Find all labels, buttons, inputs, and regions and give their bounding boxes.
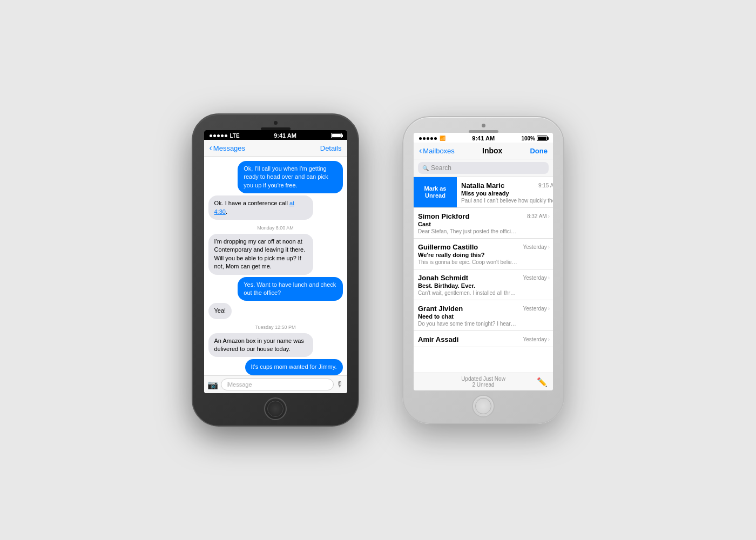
input-bar: 📷 iMessage 🎙 [204,375,347,393]
email-item-2[interactable]: Simon Pickford 8:32 AM › Cast Dear Stefa… [414,208,553,239]
time-2: 8:32 AM [527,213,547,219]
preview-4: Can't wait, gentlemen. I installed all t… [418,289,518,296]
email-header-2: Simon Pickford 8:32 AM › [418,212,550,220]
search-placeholder: Search [431,164,451,172]
email-item-3[interactable]: Guillermo Castillo Yesterday › We're rea… [414,239,553,269]
signal-dot-l4 [430,137,433,140]
email-item-1[interactable]: Mark asUnread Natalia Maric 9:15 AM › Mi… [414,177,553,208]
time-light: 9:41 AM [472,135,495,141]
battery-icon-dark [331,133,342,138]
status-bar-dark: LTE 9:41 AM [204,130,347,140]
sender-5: Grant Jividen [418,305,463,313]
chevron-4: › [548,275,550,281]
chevron-3: › [548,244,550,250]
sender-1: Natalia Maric [461,181,504,190]
camera-dot-dark [274,121,278,125]
sender-2: Simon Pickford [418,212,469,220]
back-arrow-mail-icon: ‹ [419,146,422,156]
sender-4: Jonah Schmidt [418,274,468,282]
home-inner-light [475,398,491,414]
email-header-5: Grant Jividen Yesterday › [418,305,550,313]
preview-5: Do you have some time tonight? I heard w… [418,320,518,327]
status-left-light: 📶 [419,136,446,141]
battery-icon-light [537,136,548,141]
email-header-6: Amir Assadi Yesterday › [418,335,550,343]
email-content-6: Amir Assadi Yesterday › [414,331,553,347]
email-header-3: Guillermo Castillo Yesterday › [418,243,550,251]
time-5: Yesterday [523,306,547,312]
ts-monday: Monday 8:00 AM [208,225,343,231]
signal-dot-l5 [434,137,437,140]
mail-footer: Updated Just Now 2 Unread ✏️ [414,373,553,390]
messages-screen: LTE 9:41 AM ‹ Messages Details [204,130,347,393]
time-4: Yesterday [523,275,547,281]
updated-label: Updated Just Now [430,376,537,382]
msg-2: Ok. I have a conference call at 4:30. [208,195,313,220]
email-content-5: Grant Jividen Yesterday › Need to chat D… [414,300,553,330]
time-wrap-3: Yesterday › [523,244,550,250]
signal-dot-2 [213,134,216,137]
details-button[interactable]: Details [320,144,342,152]
search-bar[interactable]: 🔍 Search [418,162,549,174]
home-button-dark[interactable] [264,397,287,420]
messages-nav: ‹ Messages Details [204,140,347,157]
signal-dot-3 [217,134,220,137]
messages-back[interactable]: ‹ Messages [210,143,246,153]
battery-fill-light [538,137,546,140]
back-label-mail: Mailboxes [423,147,455,155]
msg-4: Yes. Want to have lunch and check out th… [238,277,342,301]
carrier-label: LTE [230,133,240,139]
msg-7: It's cups mom wanted for Jimmy. [245,359,343,375]
signal-dot-4 [221,134,224,137]
email-content-1: Natalia Maric 9:15 AM › Miss you already… [457,177,553,207]
compose-button[interactable]: ✏️ [537,377,548,387]
msg-5: Yea! [208,303,232,319]
done-button[interactable]: Done [530,147,548,155]
chevron-6: › [548,336,550,342]
sender-6: Amir Assadi [418,335,458,343]
signal-dot-1 [210,134,212,137]
phone1-top-bar [261,114,291,130]
phone-messages: LTE 9:41 AM ‹ Messages Details [192,113,359,427]
ts-tuesday: Tuesday 12:50 PM [208,325,343,330]
battery-fill-dark [332,134,341,137]
signal-dot-l1 [419,137,422,140]
sender-3: Guillermo Castillo [418,243,478,251]
imessage-input[interactable]: iMessage [221,379,334,390]
time-wrap-1: 9:15 AM › [538,183,553,188]
email-header-4: Jonah Schmidt Yesterday › [418,274,550,282]
email-header-1: Natalia Maric 9:15 AM › [461,181,553,190]
scene: LTE 9:41 AM ‹ Messages Details [192,113,564,427]
mic-icon[interactable]: 🎙 [336,380,344,389]
subject-3: We're really doing this? [418,252,550,258]
mail-screen: 📶 9:41 AM 100% ‹ Mailboxes Inbox [414,133,553,390]
email-item-5[interactable]: Grant Jividen Yesterday › Need to chat D… [414,300,553,331]
battery-pct: 100% [521,136,535,141]
home-button-light[interactable] [472,395,495,417]
email-item-4[interactable]: Jonah Schmidt Yesterday › Best. Birthday… [414,269,553,300]
signal-dot-l3 [427,137,429,140]
time-3: Yesterday [523,244,547,250]
time-wrap-5: Yesterday › [523,306,550,312]
time-6: Yesterday [523,336,547,342]
msg-6: An Amazon box in your name was delivered… [208,333,313,357]
time-wrap-2: 8:32 AM › [527,213,550,219]
unread-count: 2 Unread [430,382,537,388]
msg-3: I'm dropping my car off at noon at Conte… [208,234,313,275]
email-item-6[interactable]: Amir Assadi Yesterday › [414,331,553,347]
email-content-2: Simon Pickford 8:32 AM › Cast Dear Stefa… [414,208,553,238]
mark-unread-btn[interactable]: Mark asUnread [414,177,457,207]
inbox-title: Inbox [482,146,502,155]
phone-mail: 📶 9:41 AM 100% ‹ Mailboxes Inbox [402,116,564,424]
subject-1: Miss you already [461,190,553,197]
preview-2: Dear Stefan, They just posted the offici… [418,228,518,235]
subject-5: Need to chat [418,313,550,320]
preview-1: Paul and I can't believe how quickly the… [461,197,553,204]
phone2-top-bar [469,117,498,133]
camera-dot-light [482,124,485,127]
battery-tip-light [548,137,549,140]
preview-3: This is gonna be epic. Coop won't believ… [418,259,518,266]
search-bar-wrap: 🔍 Search [414,159,553,177]
camera-icon[interactable]: 📷 [207,380,218,390]
mailboxes-back[interactable]: ‹ Mailboxes [419,146,455,156]
